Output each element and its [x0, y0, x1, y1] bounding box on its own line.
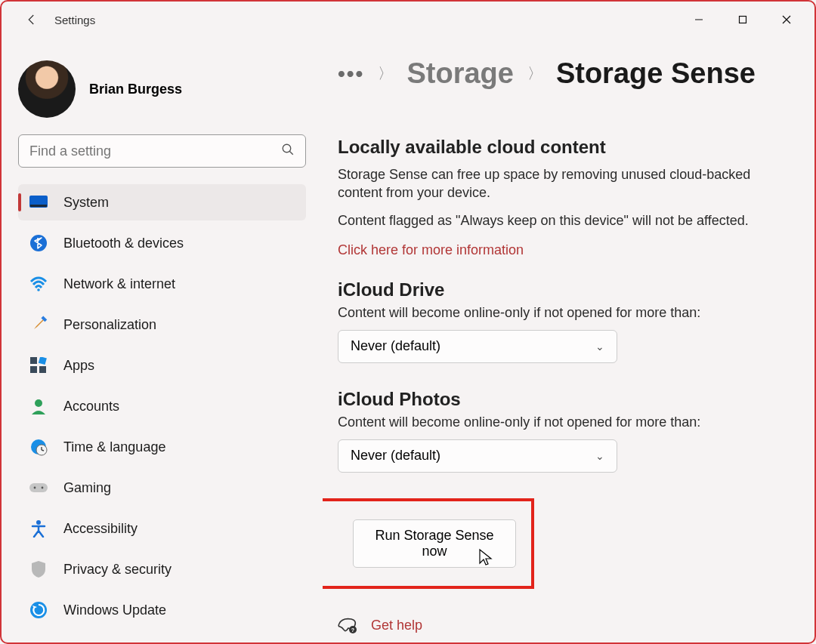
svg-rect-11 — [30, 357, 37, 364]
app-title: Settings — [54, 14, 95, 26]
svg-rect-13 — [30, 366, 37, 373]
svg-rect-14 — [39, 366, 46, 373]
icloud-photos-desc: Content will become online-only if not o… — [338, 414, 769, 430]
nav-item-apps[interactable]: Apps — [18, 347, 306, 384]
brush-icon — [29, 315, 48, 334]
chevron-down-icon: ⌄ — [595, 450, 604, 462]
svg-rect-7 — [30, 205, 47, 207]
breadcrumb-current: Storage Sense — [556, 57, 756, 90]
nav-item-system[interactable]: System — [18, 184, 306, 220]
nav-label: Gaming — [63, 480, 111, 496]
icloud-photos-title: iCloud Photos — [338, 389, 769, 410]
breadcrumb: ••• 〉 Storage 〉 Storage Sense — [338, 57, 769, 90]
search-input[interactable] — [29, 143, 281, 159]
svg-rect-1 — [740, 17, 746, 23]
nav-label: System — [63, 195, 109, 211]
run-storage-sense-button[interactable]: Run Storage Sense now — [353, 519, 516, 568]
nav-item-time-language[interactable]: Time & language — [18, 429, 306, 465]
nav-item-network[interactable]: Network & internet — [18, 266, 306, 302]
help-icon: ? — [338, 616, 357, 636]
get-help-link[interactable]: Get help — [371, 618, 422, 633]
svg-point-23 — [36, 520, 41, 525]
nav-label: Apps — [63, 358, 94, 374]
gamepad-icon — [29, 478, 48, 498]
nav-item-windows-update[interactable]: Windows Update — [18, 592, 306, 628]
user-name: Brian Burgess — [89, 82, 182, 97]
svg-point-15 — [35, 399, 42, 407]
svg-point-21 — [34, 487, 36, 489]
person-icon — [29, 396, 48, 416]
cloud-content-desc: Storage Sense can free up space by remov… — [338, 165, 769, 202]
nav-label: Personalization — [63, 317, 156, 333]
dropdown-value: Never (default) — [351, 338, 440, 354]
breadcrumb-overflow[interactable]: ••• — [338, 62, 364, 86]
avatar — [18, 60, 76, 118]
cloud-content-note: Content flagged as "Always keep on this … — [338, 213, 769, 229]
globe-clock-icon — [29, 437, 48, 457]
nav-item-bluetooth[interactable]: Bluetooth & devices — [18, 225, 306, 261]
dropdown-value: Never (default) — [351, 448, 440, 464]
svg-point-4 — [283, 144, 291, 153]
breadcrumb-parent[interactable]: Storage — [406, 57, 513, 90]
nav-label: Accessibility — [63, 521, 138, 537]
nav-item-accessibility[interactable]: Accessibility — [18, 510, 306, 547]
icloud-drive-dropdown[interactable]: Never (default) ⌄ — [338, 330, 617, 363]
nav-list: System Bluetooth & devices Network & int… — [18, 184, 306, 633]
shield-icon — [29, 559, 48, 579]
nav-item-accounts[interactable]: Accounts — [18, 388, 306, 424]
nav-label: Accounts — [63, 399, 119, 414]
icloud-drive-title: iCloud Drive — [338, 279, 769, 300]
svg-line-19 — [42, 450, 44, 451]
wifi-icon — [29, 274, 48, 294]
svg-text:?: ? — [351, 627, 354, 633]
svg-rect-20 — [29, 483, 48, 492]
chevron-down-icon: ⌄ — [595, 340, 604, 353]
nav-label: Time & language — [63, 439, 165, 455]
icloud-drive-desc: Content will become online-only if not o… — [338, 305, 769, 321]
svg-point-9 — [37, 288, 40, 291]
nav-label: Windows Update — [63, 602, 166, 618]
chevron-right-icon: 〉 — [527, 63, 542, 84]
cloud-content-title: Locally available cloud content — [338, 137, 769, 158]
svg-line-5 — [289, 151, 293, 155]
nav-item-privacy-security[interactable]: Privacy & security — [18, 551, 306, 587]
svg-point-22 — [42, 487, 44, 489]
window-close-button[interactable] — [765, 5, 808, 35]
svg-rect-12 — [39, 357, 47, 365]
search-box[interactable] — [18, 134, 306, 168]
nav-label: Privacy & security — [63, 562, 172, 578]
apps-icon — [29, 356, 48, 375]
icloud-photos-dropdown[interactable]: Never (default) ⌄ — [338, 439, 617, 473]
more-info-link[interactable]: Click here for more information — [338, 242, 524, 258]
user-profile[interactable]: Brian Burgess — [18, 60, 306, 118]
back-button[interactable] — [17, 5, 47, 35]
update-icon — [29, 600, 48, 620]
accessibility-icon — [29, 519, 48, 538]
nav-label: Bluetooth & devices — [63, 236, 184, 251]
nav-item-gaming[interactable]: Gaming — [18, 470, 306, 506]
search-icon — [281, 143, 295, 159]
nav-label: Network & internet — [63, 276, 175, 292]
highlight-annotation: Run Storage Sense now — [323, 498, 534, 589]
window-maximize-button[interactable] — [721, 5, 765, 35]
nav-item-personalization[interactable]: Personalization — [18, 307, 306, 343]
bluetooth-icon — [29, 233, 48, 253]
window-minimize-button[interactable] — [677, 5, 721, 35]
chevron-right-icon: 〉 — [378, 63, 393, 84]
system-icon — [29, 193, 48, 212]
